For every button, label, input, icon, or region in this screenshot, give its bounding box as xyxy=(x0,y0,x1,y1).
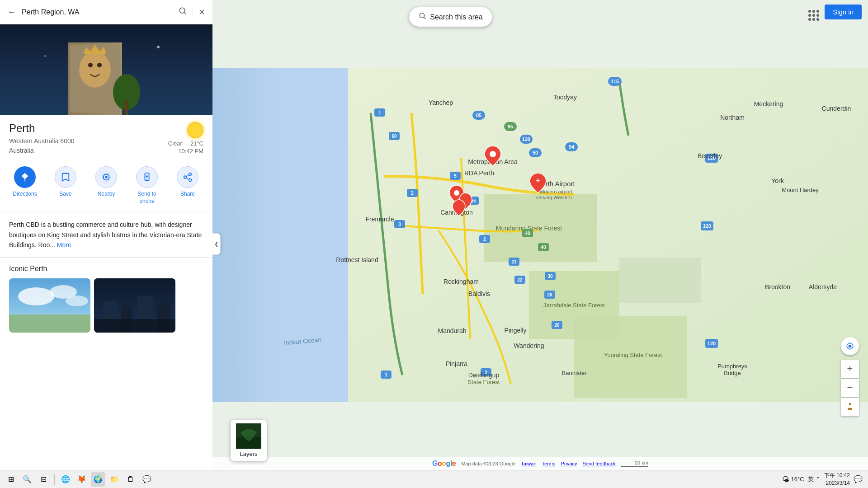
privacy-link[interactable]: Privacy xyxy=(561,461,577,466)
svg-text:Youraling State Forest: Youraling State Forest xyxy=(604,352,662,358)
send-feedback-link[interactable]: Send feedback xyxy=(583,461,616,466)
svg-text:Yanchep: Yanchep xyxy=(429,99,453,106)
clear-button[interactable]: ✕ xyxy=(197,5,207,19)
svg-text:Northam: Northam xyxy=(720,114,745,121)
more-link[interactable]: More xyxy=(57,241,71,249)
svg-text:Rottnest Island: Rottnest Island xyxy=(336,256,378,263)
svg-text:115: 115 xyxy=(611,79,619,84)
street-view-button[interactable] xyxy=(841,398,859,416)
svg-text:Wandering: Wandering xyxy=(514,342,544,349)
zoom-in-button[interactable]: + xyxy=(841,360,859,378)
zoom-out-button[interactable]: − xyxy=(841,379,859,397)
search-this-area-icon xyxy=(418,12,426,22)
svg-point-130 xyxy=(849,345,852,348)
iconic-photo-dark xyxy=(94,278,175,333)
svg-text:Pinjarra: Pinjarra xyxy=(446,360,467,367)
taskbar-weather-icon: 🌤 xyxy=(782,475,789,483)
search-bar: ← ✕ xyxy=(0,0,212,24)
svg-text:20: 20 xyxy=(554,323,560,328)
iconic-photo-2[interactable] xyxy=(94,278,175,333)
svg-text:Bridge: Bridge xyxy=(724,370,741,376)
taskbar-edge-icon[interactable]: 🌐 xyxy=(58,472,73,487)
svg-point-5 xyxy=(79,52,111,88)
save-label: Save xyxy=(59,191,71,198)
collapse-sidebar-button[interactable]: ❮ xyxy=(212,233,221,255)
svg-text:2: 2 xyxy=(483,237,486,242)
taskbar-firefox-icon[interactable]: 🦊 xyxy=(75,472,89,487)
taskbar-maps-icon[interactable]: 🌍 xyxy=(91,472,105,487)
taskbar-language: 英 xyxy=(808,475,814,483)
svg-line-23 xyxy=(186,178,189,179)
iconic-section: Iconic Perth xyxy=(0,258,212,340)
location-button[interactable] xyxy=(841,337,859,355)
nearby-button[interactable]: Nearby xyxy=(90,166,122,205)
taskbar-start-button[interactable]: ⊞ xyxy=(4,472,18,487)
svg-rect-43 xyxy=(619,258,701,303)
svg-text:94: 94 xyxy=(569,144,575,150)
svg-text:21: 21 xyxy=(511,259,517,264)
svg-text:Pumphreys: Pumphreys xyxy=(717,363,747,370)
scale-bar: 20 km xyxy=(621,460,648,467)
directions-button[interactable]: Directions xyxy=(9,166,41,205)
svg-text:22: 22 xyxy=(517,277,523,282)
search-this-area-button[interactable]: Search this area xyxy=(409,7,492,27)
map-data-text: Map data ©2023 Google xyxy=(461,461,515,466)
taskbar-explorer-icon[interactable]: 📁 xyxy=(107,472,122,487)
place-address: Western Australia 6000 Australia xyxy=(9,136,75,155)
svg-text:State Forest: State Forest xyxy=(468,379,500,385)
sidebar: ← ✕ xyxy=(0,0,212,488)
taskbar-weather: 🌤 16°C xyxy=(782,475,804,483)
terms-link[interactable]: Terms xyxy=(542,461,556,466)
taskbar-arrow-icon: ⌃ xyxy=(816,476,821,483)
svg-text:20: 20 xyxy=(547,292,552,297)
iconic-photo-1[interactable] xyxy=(9,278,90,333)
directions-icon xyxy=(14,166,36,188)
svg-point-27 xyxy=(66,296,88,306)
action-buttons: Directions Save Nearby xyxy=(0,163,212,212)
svg-text:Fremantle: Fremantle xyxy=(365,216,394,223)
svg-line-1 xyxy=(184,13,186,14)
svg-point-6 xyxy=(88,63,93,67)
directions-label: Directions xyxy=(13,191,37,198)
google-apps-button[interactable] xyxy=(805,6,823,24)
search-this-area-label: Search this area xyxy=(430,13,483,21)
svg-text:50: 50 xyxy=(533,150,538,155)
svg-point-127 xyxy=(454,190,459,196)
taiwan-link[interactable]: Taiwan xyxy=(521,461,536,466)
sign-in-button[interactable]: Sign in xyxy=(825,5,862,19)
back-button[interactable]: ← xyxy=(5,5,18,19)
send-to-phone-button[interactable]: Send to phone xyxy=(131,166,163,205)
taskbar-line-icon[interactable]: 💬 xyxy=(140,472,154,487)
svg-text:5: 5 xyxy=(454,174,457,178)
taskbar-search-button[interactable]: 🔍 xyxy=(20,472,34,487)
svg-text:Beverley: Beverley xyxy=(698,152,722,160)
map-controls: + − xyxy=(841,337,859,416)
share-icon xyxy=(177,166,198,188)
svg-text:Baldivis: Baldivis xyxy=(468,290,490,297)
layers-button[interactable]: Layers xyxy=(231,420,267,461)
taskbar-right: 🌤 16°C 英 ⌃ 下午 10:42 2023/3/14 💬 xyxy=(777,472,868,487)
scale-label: 20 km xyxy=(635,460,648,465)
taskbar-notification-icon[interactable]: 💬 xyxy=(854,475,863,483)
share-button[interactable]: Share xyxy=(172,166,203,205)
map-area[interactable]: Mundaring State Forest Jarrahdale State … xyxy=(212,0,868,470)
svg-text:serving Western...: serving Western... xyxy=(536,195,576,200)
place-info: Perth Western Australia 6000 Australia C… xyxy=(0,115,212,163)
taskbar-task-view-button[interactable]: ⊟ xyxy=(36,472,51,487)
svg-text:40: 40 xyxy=(525,231,530,236)
svg-point-10 xyxy=(157,46,160,48)
map-footer: Google Map data ©2023 Google Taiwan Term… xyxy=(212,457,868,470)
svg-point-25 xyxy=(18,287,54,305)
taskbar-word-icon[interactable]: 🗒 xyxy=(123,472,138,487)
place-photo xyxy=(0,24,212,115)
svg-point-11 xyxy=(44,55,46,57)
google-logo: Google xyxy=(432,460,456,468)
svg-point-136 xyxy=(849,403,851,405)
svg-text:85: 85 xyxy=(476,113,481,118)
svg-text:RDA Perth: RDA Perth xyxy=(464,169,494,177)
iconic-photos xyxy=(9,278,203,333)
svg-text:Dwellingup: Dwellingup xyxy=(468,371,500,379)
search-input[interactable] xyxy=(22,8,173,16)
save-button[interactable]: Save xyxy=(50,166,81,205)
search-button[interactable] xyxy=(176,5,189,19)
